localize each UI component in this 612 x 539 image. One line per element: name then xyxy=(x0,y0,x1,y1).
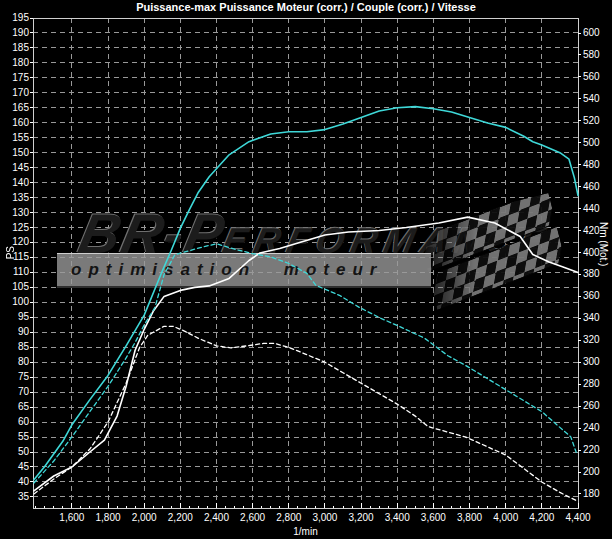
y-axis-left-label: PS xyxy=(5,246,16,259)
dyno-chart-window: Puissance-max Puissance Moteur (corr.) /… xyxy=(0,0,612,539)
y-axis-right-label: Nm (Mot.) xyxy=(598,222,609,266)
chart-series-curves xyxy=(0,0,612,539)
x-axis-label: 1/min xyxy=(33,526,578,537)
